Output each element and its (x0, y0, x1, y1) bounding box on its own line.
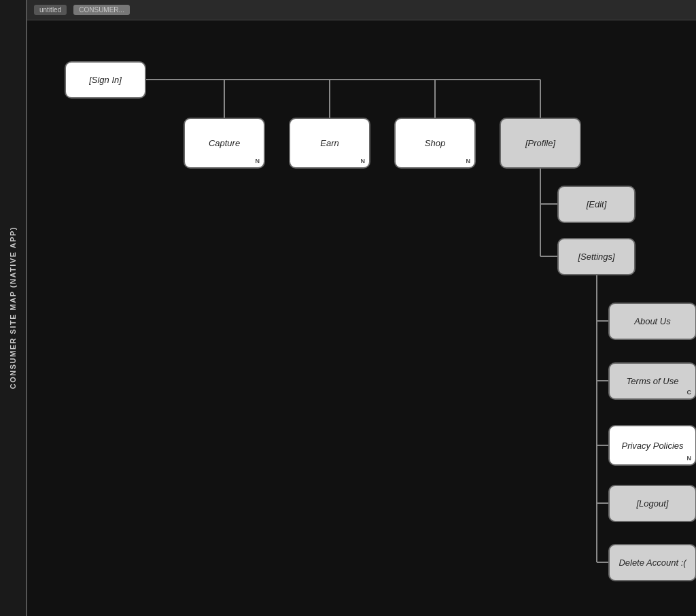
node-shop[interactable]: Shop N (394, 118, 476, 169)
node-settings[interactable]: [Settings] (557, 238, 636, 275)
node-profile[interactable]: [Profile] (500, 118, 581, 169)
node-terms-of-use[interactable]: Terms of Use C (608, 362, 696, 400)
node-edit[interactable]: [Edit] (557, 186, 636, 223)
node-capture[interactable]: Capture N (184, 118, 265, 169)
node-privacy[interactable]: Privacy Policies N (608, 425, 696, 466)
node-sign-in[interactable]: [Sign In] (65, 61, 146, 99)
sidebar: CONSUMER SITE MAP (NATIVE APP) (0, 0, 27, 616)
connector-lines (27, 20, 696, 616)
main-area: untitled CONSUMER... (27, 0, 696, 616)
sidebar-label: CONSUMER SITE MAP (NATIVE APP) (9, 226, 17, 389)
tab-consumer[interactable]: CONSUMER... (73, 5, 130, 15)
node-delete-account[interactable]: Delete Account :( (608, 544, 696, 581)
node-earn[interactable]: Earn N (289, 118, 370, 169)
node-about-us[interactable]: About Us (608, 303, 696, 340)
top-bar: untitled CONSUMER... (27, 0, 696, 20)
tab-untitled[interactable]: untitled (34, 5, 67, 15)
node-logout[interactable]: [Logout] (608, 485, 696, 522)
canvas: [Sign In] Capture N Earn N Shop N [Profi… (27, 20, 696, 616)
